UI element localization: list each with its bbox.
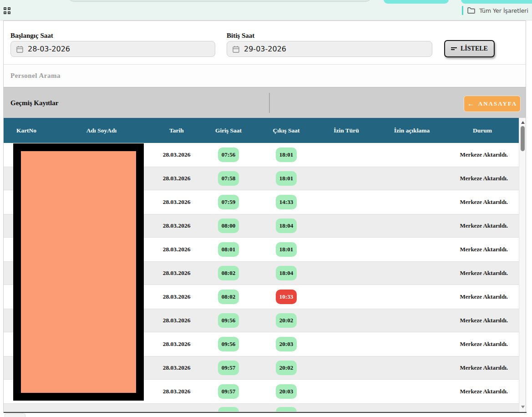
cell-entry: 09:56: [199, 313, 258, 328]
entry-time-badge: 08:02: [218, 266, 239, 280]
cell-date: 28.03.2026: [154, 222, 199, 229]
entry-time-badge: 09:56: [218, 337, 239, 351]
address-bar[interactable]: [67, 0, 373, 2]
entry-time-badge: 09:57: [218, 384, 239, 399]
cell-exit: 10:33: [258, 290, 315, 304]
home-button-label: ANASAYFA: [478, 100, 517, 107]
exit-time-badge: 18:04: [276, 266, 297, 280]
entry-time-badge: 07:59: [218, 195, 239, 209]
cell-exit: 20:02: [258, 361, 315, 375]
table-row[interactable]: [4, 403, 519, 412]
entry-time-badge: 08:02: [218, 290, 239, 304]
history-header-band: Geçmiş Kayıtlar ← ANASAYFA: [4, 87, 526, 118]
cell-exit: 18:04: [258, 266, 315, 280]
home-button[interactable]: ← ANASAYFA: [464, 96, 521, 112]
end-date-label: Bitiş Saat: [227, 32, 254, 40]
personnel-search-label: Personel Arama: [10, 72, 61, 80]
scrollbar-thumb[interactable]: [521, 126, 525, 151]
records-table: KartNo Adı SoyAdı Tarih Giriş Saat Çıkış…: [4, 118, 526, 412]
cell-exit: 18:01: [258, 147, 315, 162]
col-header-entry: Giriş Saat: [199, 127, 258, 134]
col-header-date: Tarih: [154, 127, 199, 134]
exit-time-badge: 18:01: [276, 242, 297, 257]
list-button[interactable]: LİSTELE: [444, 40, 495, 57]
cell-entry: 08:02: [199, 290, 258, 304]
start-date-value: 28-03-2026: [28, 45, 70, 53]
table-scrollbar[interactable]: [519, 118, 526, 412]
browser-chrome: Tüm Yer İşaretleri: [0, 0, 532, 20]
cell-exit: 18:01: [258, 171, 315, 186]
cell-entry: 09:56: [199, 337, 258, 351]
cell-exit: 18:01: [258, 242, 315, 257]
entry-time-badge: [218, 407, 239, 412]
main-panel: Başlangıç Saat 28-03-2026 Bitiş Saat: [3, 20, 526, 413]
cell-entry: 07:59: [199, 195, 258, 209]
exit-time-badge: 10:33: [276, 290, 297, 304]
cell-date: 28.03.2026: [154, 175, 199, 182]
exit-time-badge: 20:02: [276, 361, 297, 375]
entry-time-badge: 08:00: [218, 219, 239, 233]
browser-pill-button-1[interactable]: [384, 0, 449, 4]
exit-time-badge: 20:03: [276, 337, 297, 351]
col-header-exit: Çıkış Saat: [258, 127, 315, 134]
start-date-label: Başlangıç Saat: [10, 32, 53, 40]
list-icon: [451, 46, 457, 51]
cell-status: Merkeze Aktarıldı.: [446, 317, 519, 324]
scrollbar-up-icon[interactable]: [519, 119, 526, 126]
cell-status: Merkeze Aktarıldı.: [446, 222, 519, 229]
table-bottom-border: [4, 412, 527, 413]
app-window: Tüm Yer İşaretleri Başlangıç Saat 28-03-…: [0, 0, 532, 417]
col-header-leave-desc: İzin açıklama: [378, 127, 446, 134]
cell-entry: 08:00: [199, 219, 258, 233]
cell-entry: [199, 407, 258, 412]
cell-date: 28.03.2026: [154, 364, 199, 371]
cell-exit: 18:04: [258, 219, 315, 233]
cell-status: Merkeze Aktarıldı.: [446, 270, 519, 277]
band-divider: [269, 93, 270, 113]
exit-time-badge: 20:03: [276, 384, 297, 399]
browser-pill-button-2[interactable]: [461, 0, 532, 4]
bookmarks-area[interactable]: Tüm Yer İşaretleri: [462, 6, 528, 15]
bookmarks-label: Tüm Yer İşaretleri: [479, 7, 528, 14]
cell-status: Merkeze Aktarıldı.: [446, 175, 519, 182]
personnel-search-section[interactable]: Personel Arama: [4, 64, 526, 87]
cell-date: 28.03.2026: [154, 388, 199, 395]
list-button-label: LİSTELE: [461, 45, 488, 52]
cell-exit: 14:33: [258, 195, 315, 209]
cell-entry: 07:58: [199, 171, 258, 186]
cell-status: Merkeze Aktarıldı.: [446, 198, 519, 206]
cell-date: 28.03.2026: [154, 341, 199, 348]
cell-exit: 20:03: [258, 337, 315, 351]
entry-time-badge: 09:57: [218, 361, 239, 375]
cell-entry: 08:02: [199, 266, 258, 280]
start-date-input[interactable]: 28-03-2026: [10, 41, 215, 57]
col-header-name: Adı SoyAdı: [49, 127, 154, 134]
entry-time-badge: 07:58: [218, 171, 239, 186]
exit-time-badge: 18:04: [276, 219, 297, 233]
cell-entry: 09:57: [199, 361, 258, 375]
partial-bottom-element: [5, 413, 25, 417]
redaction-overlay: [13, 143, 144, 401]
cell-date: 28.03.2026: [154, 293, 199, 300]
cell-status: Merkeze Aktarıldı.: [446, 293, 519, 300]
entry-time-badge: 08:01: [218, 242, 239, 257]
cell-status: Merkeze Aktarıldı.: [446, 246, 519, 253]
exit-time-badge: 14:33: [276, 195, 297, 209]
cell-date: 28.03.2026: [154, 317, 199, 324]
history-title: Geçmiş Kayıtlar: [10, 99, 58, 107]
end-date-input[interactable]: 29-03-2026: [227, 41, 432, 57]
cell-entry: 07:56: [199, 147, 258, 162]
entry-time-badge: 09:56: [218, 313, 239, 328]
table-header-row: KartNo Adı SoyAdı Tarih Giriş Saat Çıkış…: [4, 118, 519, 143]
cell-date: 28.03.2026: [154, 151, 199, 158]
cell-date: 28.03.2026: [154, 270, 199, 277]
cell-entry: 08:01: [199, 242, 258, 257]
scrollbar-down-icon[interactable]: [519, 403, 526, 410]
col-header-kartno: KartNo: [4, 127, 49, 134]
cell-status: Merkeze Aktarıldı.: [446, 364, 519, 371]
end-date-value: 29-03-2026: [244, 45, 286, 53]
cell-date: 28.03.2026: [154, 246, 199, 253]
app-grid-icon[interactable]: [4, 7, 10, 14]
folder-icon: [467, 7, 475, 14]
bookmarks-divider: [462, 6, 463, 15]
